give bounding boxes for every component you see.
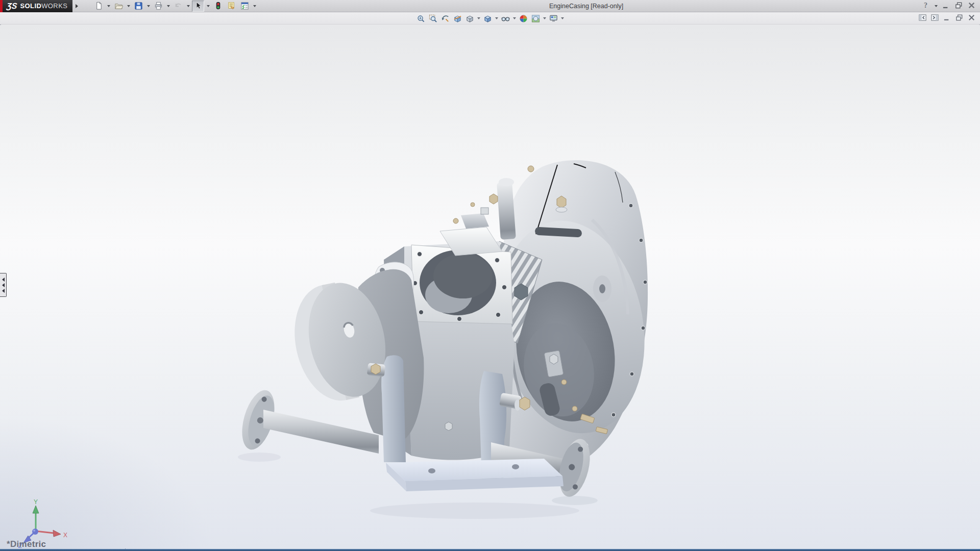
view-orientation-label: *Dimetric [7, 539, 46, 549]
view-settings-icon [548, 13, 559, 24]
doc-minimize-button[interactable] [943, 14, 951, 23]
collapse-feature-pane-button[interactable] [918, 14, 927, 23]
window-title: EngineCasing [Read-only] [549, 0, 623, 12]
menu-expander-icon[interactable] [76, 4, 78, 8]
display-style-dropdown-arrow[interactable] [494, 13, 499, 24]
view-settings-dropdown-arrow[interactable] [560, 13, 565, 24]
view-orientation-icon [464, 13, 475, 24]
section-view-button[interactable] [452, 13, 463, 24]
expand-display-pane-button[interactable] [930, 14, 939, 23]
window-bottom-border [0, 549, 980, 551]
solidworks-logo-text-light: WORKS [41, 2, 67, 10]
view-orientation-dropdown-arrow[interactable] [476, 13, 481, 24]
open-document-icon [113, 1, 124, 11]
collapse-arrow-icon [2, 289, 5, 293]
doc-close-icon [967, 13, 976, 24]
edit-appearance-button[interactable] [518, 13, 529, 24]
select-button[interactable] [192, 1, 204, 12]
window-controls: ? [920, 0, 977, 12]
view-settings-button[interactable] [548, 13, 559, 24]
open-document-button[interactable] [112, 1, 125, 12]
restore-icon [954, 1, 963, 12]
new-document-button[interactable] [92, 1, 105, 12]
solidworks-window: ƷS SOLID WORKS EngineCasing [Read-only] … [0, 0, 980, 551]
undo-button[interactable] [172, 1, 184, 12]
print-icon [153, 1, 163, 11]
doc-minimize-icon [943, 13, 951, 24]
display-style-icon [482, 13, 493, 24]
collapse-feature-pane-icon [918, 13, 927, 24]
close-icon [967, 1, 976, 12]
zoom-to-area-icon [428, 13, 438, 24]
apply-scene-dropdown-arrow[interactable] [542, 13, 547, 24]
solidworks-logo-text-bold: SOLID [20, 2, 41, 10]
feature-manager-collapsed-tab[interactable] [0, 273, 7, 297]
new-document-dropdown-arrow[interactable] [106, 1, 111, 12]
rebuild-traffic-light-icon [213, 1, 223, 11]
edit-appearance-icon [518, 13, 529, 24]
engine-casing-model[interactable] [0, 25, 980, 549]
doc-restore-button[interactable] [955, 14, 964, 23]
triad-y-label: Y [34, 499, 38, 506]
zoom-to-fit-icon [415, 13, 426, 24]
apply-scene-icon [530, 13, 541, 24]
save-icon [133, 1, 143, 11]
save-button[interactable] [132, 1, 144, 12]
minimize-button[interactable] [941, 1, 951, 11]
rebuild-traffic-light-button[interactable] [212, 1, 224, 12]
collapse-arrow-icon [2, 283, 5, 287]
print-dropdown-arrow[interactable] [165, 1, 171, 12]
print-button[interactable] [152, 1, 164, 12]
help-icon: ? [921, 1, 930, 12]
doc-close-button[interactable] [967, 14, 976, 23]
options-icon [239, 1, 250, 11]
display-style-button[interactable] [482, 13, 494, 24]
expand-display-pane-icon [930, 13, 939, 24]
title-bar: ƷS SOLID WORKS EngineCasing [Read-only] … [0, 0, 980, 12]
options-dropdown-arrow[interactable] [252, 1, 257, 12]
file-properties-button[interactable] [225, 1, 237, 12]
close-button[interactable] [966, 1, 977, 11]
solidworks-logo: ƷS SOLID WORKS [0, 0, 72, 12]
hide-show-items-button[interactable] [500, 13, 511, 24]
heads-up-view-toolbar [415, 12, 565, 24]
minimize-icon [942, 1, 950, 12]
document-window-controls [918, 12, 976, 24]
open-document-dropdown-arrow[interactable] [126, 1, 131, 12]
previous-view-button[interactable] [439, 13, 451, 24]
help-dropdown-arrow[interactable] [933, 1, 939, 12]
zoom-to-area-button[interactable] [427, 13, 439, 24]
options-button[interactable] [238, 1, 251, 12]
hide-show-items-icon [500, 13, 511, 24]
select-dropdown-arrow[interactable] [205, 1, 211, 12]
new-document-icon [93, 1, 104, 11]
restore-button[interactable] [953, 1, 964, 11]
file-properties-icon [226, 1, 236, 11]
previous-view-icon [440, 13, 451, 24]
undo-icon [173, 1, 183, 11]
toolbar-row [0, 12, 980, 24]
zoom-to-fit-button[interactable] [415, 13, 427, 24]
undo-dropdown-arrow[interactable] [185, 1, 191, 12]
select-icon [193, 1, 203, 11]
apply-scene-button[interactable] [530, 13, 542, 24]
svg-text:?: ? [924, 1, 927, 9]
triad-x-label: X [63, 532, 67, 539]
collapse-arrow-icon [2, 278, 5, 282]
solidworks-logo-glyph: ƷS [6, 2, 17, 11]
graphics-viewport[interactable]: Y X Z *Dimetric [0, 25, 980, 549]
section-view-icon [452, 13, 463, 24]
view-orientation-button[interactable] [464, 13, 476, 24]
save-dropdown-arrow[interactable] [145, 1, 151, 12]
main-toolbar [92, 1, 257, 12]
help-button[interactable]: ? [920, 1, 931, 11]
doc-restore-icon [955, 13, 964, 24]
hide-show-items-dropdown-arrow[interactable] [512, 13, 517, 24]
